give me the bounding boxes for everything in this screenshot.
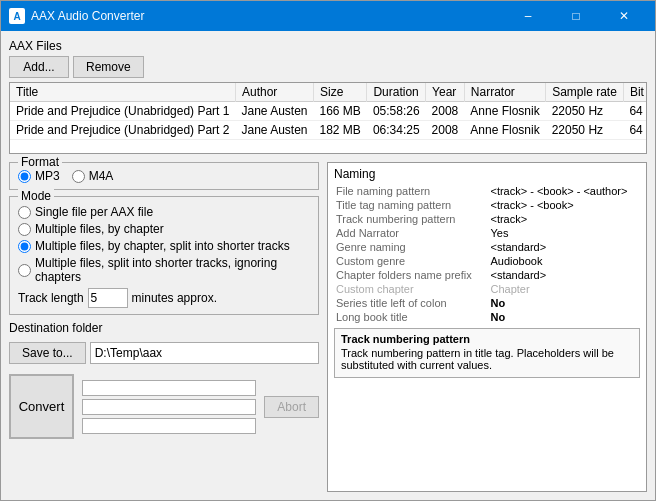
file-button-row: Add... Remove	[9, 56, 647, 78]
mode-radio-group: Single file per AAX file Multiple files,…	[18, 205, 310, 284]
naming-row: Long book titleNo	[334, 310, 640, 324]
naming-row: Track numbering pattern<track>	[334, 212, 640, 226]
format-mp3-option[interactable]: MP3	[18, 169, 60, 183]
destination-path-input[interactable]	[90, 342, 319, 364]
minimize-button[interactable]: –	[505, 1, 551, 31]
col-bit-rate: Bit rate	[623, 83, 647, 102]
mode-split-chapter-option[interactable]: Multiple files, by chapter, split into s…	[18, 239, 310, 253]
title-bar-controls: – □ ✕	[505, 1, 647, 31]
format-mp3-label: MP3	[35, 169, 60, 183]
remove-button[interactable]: Remove	[73, 56, 144, 78]
naming-panel: Naming File naming pattern<track> - <boo…	[327, 162, 647, 492]
format-label: Format	[18, 155, 62, 169]
title-bar-text: AAX Audio Converter	[31, 9, 144, 23]
col-duration: Duration	[367, 83, 426, 102]
mode-ignore-label: Multiple files, split into shorter track…	[35, 256, 310, 284]
progress-bar-1	[82, 380, 256, 396]
table-row[interactable]: Pride and Prejudice (Unabridged) Part 1J…	[10, 102, 647, 121]
title-bar: A AAX Audio Converter – □ ✕	[1, 1, 655, 31]
progress-bars	[82, 380, 256, 434]
mode-split-chapter-radio[interactable]	[18, 240, 31, 253]
mode-ignore-chapter-option[interactable]: Multiple files, split into shorter track…	[18, 256, 310, 284]
main-window: A AAX Audio Converter – □ ✕ AAX Files Ad…	[0, 0, 656, 501]
format-radio-group: MP3 M4A	[18, 169, 310, 183]
left-panel: Format MP3 M4A Mode	[9, 162, 319, 492]
format-m4a-option[interactable]: M4A	[72, 169, 114, 183]
track-length-label: Track length	[18, 291, 84, 305]
aax-files-section: AAX Files Add... Remove Title Author Siz…	[9, 39, 647, 158]
mode-label: Mode	[18, 189, 54, 203]
mode-chapter-label: Multiple files, by chapter	[35, 222, 164, 236]
app-icon: A	[9, 8, 25, 24]
destination-row: Save to...	[9, 342, 319, 364]
naming-row: Title tag naming pattern<track> - <book>	[334, 198, 640, 212]
mode-chapter-option[interactable]: Multiple files, by chapter	[18, 222, 310, 236]
content-area: AAX Files Add... Remove Title Author Siz…	[1, 31, 655, 500]
title-bar-left: A AAX Audio Converter	[9, 8, 144, 24]
abort-button[interactable]: Abort	[264, 396, 319, 418]
mode-single-label: Single file per AAX file	[35, 205, 153, 219]
track-length-input[interactable]	[88, 288, 128, 308]
mode-group: Mode Single file per AAX file Multiple f…	[9, 196, 319, 315]
add-button[interactable]: Add...	[9, 56, 69, 78]
mode-ignore-chapter-radio[interactable]	[18, 264, 31, 277]
maximize-button[interactable]: □	[553, 1, 599, 31]
col-sample-rate: Sample rate	[546, 83, 624, 102]
destination-label: Destination folder	[9, 321, 319, 335]
col-size: Size	[314, 83, 367, 102]
naming-row: Chapter folders name prefix<standard>	[334, 268, 640, 282]
col-narrator: Narrator	[464, 83, 545, 102]
convert-button[interactable]: Convert	[9, 374, 74, 439]
mode-split-chapter-label: Multiple files, by chapter, split into s…	[35, 239, 290, 253]
destination-section: Destination folder Save to...	[9, 321, 319, 364]
col-title: Title	[10, 83, 235, 102]
col-year: Year	[426, 83, 465, 102]
naming-label: Naming	[334, 167, 640, 181]
desc-title: Track numbering pattern	[341, 333, 633, 345]
format-mp3-radio[interactable]	[18, 170, 31, 183]
format-m4a-radio[interactable]	[72, 170, 85, 183]
track-length-suffix: minutes approx.	[132, 291, 217, 305]
mode-single-option[interactable]: Single file per AAX file	[18, 205, 310, 219]
naming-row: Genre naming<standard>	[334, 240, 640, 254]
naming-row: Add NarratorYes	[334, 226, 640, 240]
progress-bar-3	[82, 418, 256, 434]
save-to-button[interactable]: Save to...	[9, 342, 86, 364]
description-box: Track numbering pattern Track numbering …	[334, 328, 640, 378]
files-table: Title Author Size Duration Year Narrator…	[10, 83, 647, 140]
naming-row: Custom chapterChapter	[334, 282, 640, 296]
desc-text: Track numbering pattern in title tag. Pl…	[341, 347, 633, 371]
aax-files-label: AAX Files	[9, 39, 647, 53]
naming-row: Series title left of colonNo	[334, 296, 640, 310]
main-area: Format MP3 M4A Mode	[9, 162, 647, 492]
format-group: Format MP3 M4A	[9, 162, 319, 190]
mode-single-radio[interactable]	[18, 206, 31, 219]
table-row[interactable]: Pride and Prejudice (Unabridged) Part 2J…	[10, 121, 647, 140]
mode-chapter-radio[interactable]	[18, 223, 31, 236]
col-author: Author	[235, 83, 313, 102]
bottom-section: Convert Abort	[9, 374, 319, 439]
format-m4a-label: M4A	[89, 169, 114, 183]
naming-row: File naming pattern<track> - <book> - <a…	[334, 184, 640, 198]
naming-row: Custom genreAudiobook	[334, 254, 640, 268]
progress-bar-2	[82, 399, 256, 415]
naming-table: File naming pattern<track> - <book> - <a…	[334, 184, 640, 324]
close-button[interactable]: ✕	[601, 1, 647, 31]
files-table-container: Title Author Size Duration Year Narrator…	[9, 82, 647, 154]
track-length-row: Track length minutes approx.	[18, 288, 310, 308]
